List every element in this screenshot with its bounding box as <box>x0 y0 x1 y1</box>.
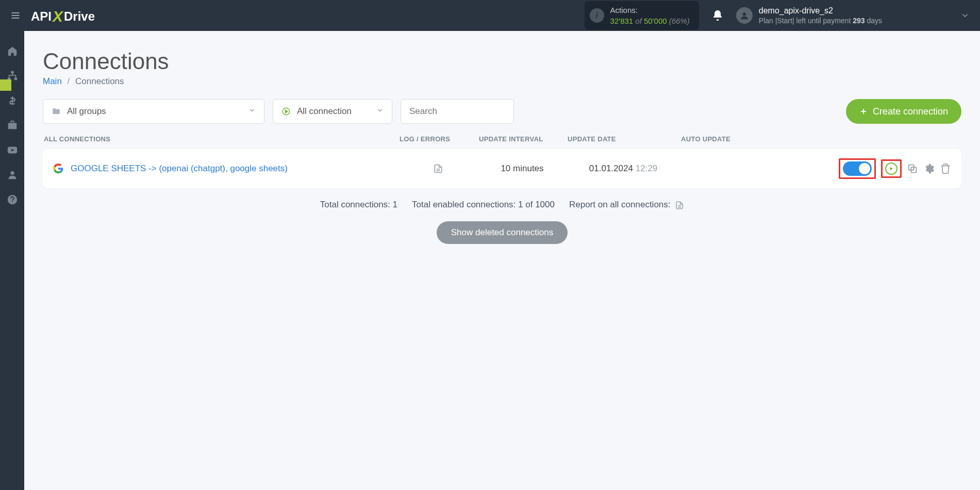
google-icon <box>53 164 63 174</box>
header: APIXDrive i Actions: 32'831 of 50'000 (6… <box>0 0 980 31</box>
logo-x: X <box>53 8 63 25</box>
info-icon: i <box>590 8 604 23</box>
connection-status-label: All connection <box>297 106 352 117</box>
filters-bar: All groups All connection Create connect… <box>43 99 961 124</box>
main-content: Connections Main / Connections All group… <box>24 31 980 262</box>
gear-icon[interactable] <box>923 163 935 174</box>
actions-of: of <box>635 17 644 25</box>
page-title: Connections <box>43 48 961 74</box>
copy-icon[interactable] <box>907 163 918 174</box>
svg-marker-17 <box>890 167 893 171</box>
help-icon[interactable] <box>7 194 18 205</box>
actions-used: 32'831 <box>610 17 634 25</box>
svg-point-3 <box>742 12 746 16</box>
actions-box[interactable]: i Actions: 32'831 of 50'000 (66%) <box>585 1 699 30</box>
run-now-button[interactable] <box>885 162 898 175</box>
chevron-down-icon <box>376 106 384 117</box>
actions-quota: 50'000 <box>644 17 667 25</box>
sidebar-accent <box>0 79 11 91</box>
logo[interactable]: APIXDrive <box>31 7 95 24</box>
table-row: GOOGLE SHEETS -> (openai (chatgpt), goog… <box>43 149 961 188</box>
username: demo_apix-drive_s2 <box>759 6 882 17</box>
summary-total: Total connections: 1 <box>320 200 397 210</box>
svg-marker-12 <box>286 110 288 113</box>
actions-percent: (66%) <box>669 17 690 25</box>
hamburger-icon[interactable] <box>10 10 21 21</box>
table-header: ALL CONNECTIONS LOG / ERRORS UPDATE INTE… <box>43 135 961 149</box>
play-circle-icon <box>281 107 291 116</box>
dollar-icon[interactable] <box>7 95 18 106</box>
bell-icon[interactable] <box>711 9 724 22</box>
connection-link[interactable]: GOOGLE SHEETS -> (openai (chatgpt), goog… <box>71 164 288 174</box>
sidebar <box>0 31 24 490</box>
youtube-icon[interactable] <box>7 144 18 156</box>
search-input[interactable] <box>401 99 514 124</box>
show-deleted-button[interactable]: Show deleted connections <box>437 221 568 244</box>
summary-bar: Total connections: 1 Total enabled conne… <box>43 200 961 210</box>
folder-icon <box>52 107 61 116</box>
chevron-down-icon <box>960 11 970 20</box>
briefcase-icon[interactable] <box>7 120 18 131</box>
report-file-icon[interactable] <box>675 201 684 210</box>
chevron-down-icon <box>248 106 256 117</box>
actions-label: Actions: <box>610 5 690 15</box>
col-header-interval: UPDATE INTERVAL <box>479 135 568 143</box>
update-date: 01.01.2024 12:29 <box>567 164 680 174</box>
trash-icon[interactable] <box>940 163 951 174</box>
col-header-auto: AUTO UPDATE <box>681 135 960 143</box>
log-file-icon[interactable] <box>433 164 443 174</box>
highlight-toggle <box>839 158 876 179</box>
breadcrumb-current: Connections <box>75 76 124 86</box>
col-header-log: LOG / ERRORS <box>400 135 479 143</box>
breadcrumb: Main / Connections <box>43 76 961 87</box>
groups-label: All groups <box>67 106 106 117</box>
interval-value: 10 minutes <box>478 164 567 174</box>
connection-status-select[interactable]: All connection <box>273 99 392 124</box>
summary-report: Report on all connections: <box>569 200 684 210</box>
highlight-play <box>881 159 902 178</box>
logo-a: API <box>31 9 52 24</box>
svg-rect-7 <box>8 123 16 129</box>
col-header-date: UPDATE DATE <box>568 135 681 143</box>
groups-select[interactable]: All groups <box>43 99 264 124</box>
user-icon[interactable] <box>7 169 18 181</box>
col-header-name: ALL CONNECTIONS <box>44 135 400 143</box>
create-connection-button[interactable]: Create connection <box>846 99 961 124</box>
svg-rect-6 <box>14 78 16 80</box>
svg-rect-4 <box>11 71 14 74</box>
auto-update-toggle[interactable] <box>843 161 872 176</box>
avatar-icon <box>736 7 753 24</box>
logo-b: Drive <box>64 9 95 24</box>
svg-point-9 <box>10 171 14 175</box>
summary-enabled: Total enabled connections: 1 of 1000 <box>412 200 555 210</box>
user-menu[interactable]: demo_apix-drive_s2 Plan |Start| left unt… <box>736 6 970 26</box>
breadcrumb-main[interactable]: Main <box>43 76 62 86</box>
user-plan: Plan |Start| left until payment 293 days <box>759 16 882 25</box>
plus-icon <box>859 107 868 116</box>
home-icon[interactable] <box>7 45 18 57</box>
